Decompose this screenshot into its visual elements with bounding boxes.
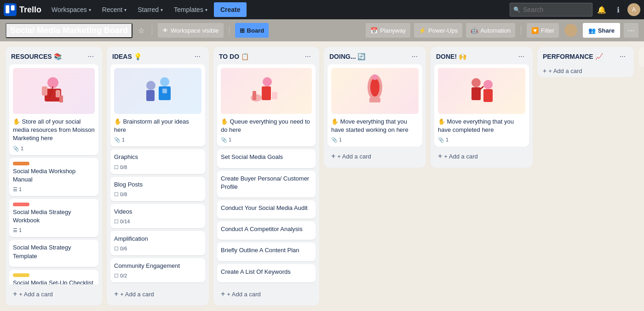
- attach-count-t1: 📎 1: [221, 137, 231, 143]
- card-i5[interactable]: Amplification ☐ 0/6 ✏: [110, 231, 205, 255]
- label-orange-r2: [13, 162, 29, 165]
- power-ups-btn[interactable]: ⚡ Power-Ups: [414, 23, 462, 38]
- info-button[interactable]: ℹ: [611, 2, 626, 17]
- label-red-r3: [13, 203, 29, 206]
- app-logo[interactable]: Trello: [4, 3, 41, 16]
- add-card-performance-inline-btn[interactable]: + + Add a card: [541, 64, 630, 77]
- add-another-list-btn[interactable]: + + Add another list: [638, 47, 644, 67]
- share-button[interactable]: 👥 Share: [583, 23, 620, 38]
- add-card-resources-btn[interactable]: + + Add a card: [9, 287, 98, 301]
- card-title-r4: Social Media Strategy Template: [13, 243, 95, 260]
- card-t7[interactable]: Create A List Of Keywords ✏: [217, 264, 316, 283]
- card-t4[interactable]: Conduct Your Social Media Audit ✏: [217, 200, 316, 219]
- svg-point-14: [263, 77, 272, 86]
- list-menu-ideas-btn[interactable]: ···: [192, 51, 203, 62]
- search-wrapper: 🔍: [510, 3, 592, 17]
- star-button[interactable]: ☆: [136, 24, 146, 37]
- svg-point-11: [160, 77, 169, 86]
- list-cards-todo: ✋ Queue everything you need to do here 📎…: [213, 64, 319, 284]
- card-r2[interactable]: Social Media Workshop Manual ☰ 1 ✏: [9, 158, 98, 196]
- card-i3[interactable]: Blog Posts ☐ 0/8 ✏: [110, 177, 205, 201]
- svg-rect-13: [162, 89, 167, 93]
- list-cards-doing: ✋ Move everything that you have started …: [324, 64, 426, 147]
- list-header-performance: PERFORMANCE 📈 ···: [537, 47, 634, 64]
- board-title[interactable]: Social Media Marketing Board: [6, 23, 132, 38]
- card-title-r1: ✋ Store all of your social media resourc…: [13, 118, 95, 143]
- svg-rect-2: [11, 5, 15, 10]
- svg-rect-0: [4, 3, 17, 16]
- app-name: Trello: [19, 5, 41, 15]
- avatar[interactable]: A: [627, 3, 640, 16]
- card-title-dn1: ✋ Move everything that you have complete…: [438, 118, 525, 134]
- filter-icon: 🔽: [531, 27, 539, 34]
- top-navigation: Trello Workspaces ▾ Recent ▾ Starred ▾ T…: [0, 0, 644, 19]
- card-image-doing: [331, 68, 419, 114]
- automation-btn[interactable]: 🤖 Automation: [466, 23, 515, 38]
- workspace-visible-btn[interactable]: 👁 Workspace visible: [158, 23, 224, 38]
- card-t2[interactable]: Set Social Media Goals ✏: [217, 149, 316, 168]
- list-menu-todo-btn[interactable]: ···: [302, 51, 314, 62]
- list-title-doing: DOING... 🔄: [329, 53, 365, 60]
- board-header: Social Media Marketing Board ☆ 👁 Workspa…: [0, 19, 644, 41]
- list-header-todo: TO DO 📋 ···: [213, 47, 319, 64]
- card-title-t6: Briefly Outline A Content Plan: [221, 246, 312, 254]
- board-member-avatar[interactable]: [564, 24, 577, 37]
- create-button[interactable]: Create: [214, 2, 247, 17]
- checklist-i4: ☐ 0/14: [114, 219, 130, 225]
- list-menu-done-btn[interactable]: ···: [516, 51, 527, 62]
- card-meta-i4: ☐ 0/14: [114, 219, 201, 225]
- recent-nav-btn[interactable]: Recent ▾: [98, 2, 131, 17]
- card-t3[interactable]: Create Buyer Persona/ Customer Profile ✏: [217, 171, 316, 198]
- list-cards-done: ✋ Move everything that you have complete…: [431, 64, 533, 147]
- checklist-i6: ☐ 0/2: [114, 273, 127, 279]
- card-title-d1: ✋ Move everything that you have started …: [331, 118, 419, 134]
- card-title-r2: Social Media Workshop Manual: [13, 167, 95, 184]
- card-d1[interactable]: ✋ Move everything that you have started …: [328, 64, 422, 147]
- attach-count-i1: 📎 1: [114, 137, 125, 143]
- workspaces-nav-btn[interactable]: Workspaces ▾: [47, 2, 96, 17]
- svg-rect-18: [253, 91, 256, 100]
- notification-button[interactable]: 🔔: [594, 2, 609, 17]
- add-card-done-btn[interactable]: + + Add a card: [434, 149, 529, 163]
- card-title-t3: Create Buyer Persona/ Customer Profile: [221, 175, 312, 191]
- list-done: DONE! 🙌 ··· ✋ Move everything that you h…: [431, 47, 533, 168]
- eye-icon: 👁: [162, 27, 168, 34]
- checklist-i2: ☐ 0/8: [114, 164, 127, 170]
- planyway-btn[interactable]: 📅 Planyway: [366, 23, 410, 38]
- card-image-todo: [221, 68, 312, 114]
- board-tab-btn[interactable]: ⊞ Board: [235, 23, 269, 38]
- add-card-todo-btn[interactable]: + + Add a card: [217, 287, 316, 301]
- card-r4[interactable]: Social Media Strategy Template ✏: [9, 240, 98, 266]
- board-more-button[interactable]: ···: [624, 23, 638, 38]
- card-i1[interactable]: ✋ Brainstorm all your ideas here 📎 1 ✏: [110, 64, 205, 147]
- list-title-performance: PERFORMANCE 📈: [543, 53, 603, 60]
- list-menu-performance-btn[interactable]: ···: [617, 51, 628, 62]
- card-title-i4: Videos: [114, 208, 201, 216]
- card-t1[interactable]: ✋ Queue everything you need to do here 📎…: [217, 64, 316, 147]
- templates-nav-btn[interactable]: Templates ▾: [169, 2, 212, 17]
- share-icon: 👥: [588, 27, 596, 34]
- list-menu-doing-btn[interactable]: ···: [409, 51, 420, 62]
- add-card-ideas-btn[interactable]: + + Add a card: [110, 287, 205, 301]
- attach-count-dn1: 📎 1: [438, 137, 448, 143]
- starred-nav-btn[interactable]: Starred ▾: [133, 2, 167, 17]
- checklist-r2: ☰ 1: [13, 187, 22, 192]
- list-menu-resources-btn[interactable]: ···: [85, 51, 97, 62]
- card-r3[interactable]: Social Media Strategy Workbook ☰ 1 ✏: [9, 199, 98, 237]
- card-dn1[interactable]: ✋ Move everything that you have complete…: [434, 64, 529, 147]
- card-i4[interactable]: Videos ☐ 0/14 ✏: [110, 204, 205, 228]
- card-r1[interactable]: ✋ Store all of your social media resourc…: [9, 64, 98, 155]
- card-r5[interactable]: Social Media Set-Up Checklist ☰ 1 ✏: [9, 270, 98, 284]
- list-footer-ideas: + + Add a card: [107, 284, 209, 305]
- filter-btn[interactable]: 🔽 Filter: [527, 23, 559, 38]
- card-t5[interactable]: Conduct A Competitor Analysis ✏: [217, 221, 316, 240]
- robot-icon: 🤖: [471, 27, 478, 34]
- card-t6[interactable]: Briefly Outline A Content Plan ✏: [217, 243, 316, 261]
- card-i6[interactable]: Community Engagement ☐ 0/2 ✏: [110, 258, 205, 283]
- add-card-doing-btn[interactable]: + + Add a card: [328, 149, 422, 163]
- card-i2[interactable]: Graphics ☐ 0/8 ✏: [110, 149, 205, 174]
- search-input[interactable]: [510, 3, 592, 17]
- checklist-i5: ☐ 0/6: [114, 246, 127, 252]
- list-cards-ideas: ✋ Brainstorm all your ideas here 📎 1 ✏ G…: [107, 64, 209, 284]
- list-performance: PERFORMANCE 📈 ··· + + Add a card: [537, 47, 634, 77]
